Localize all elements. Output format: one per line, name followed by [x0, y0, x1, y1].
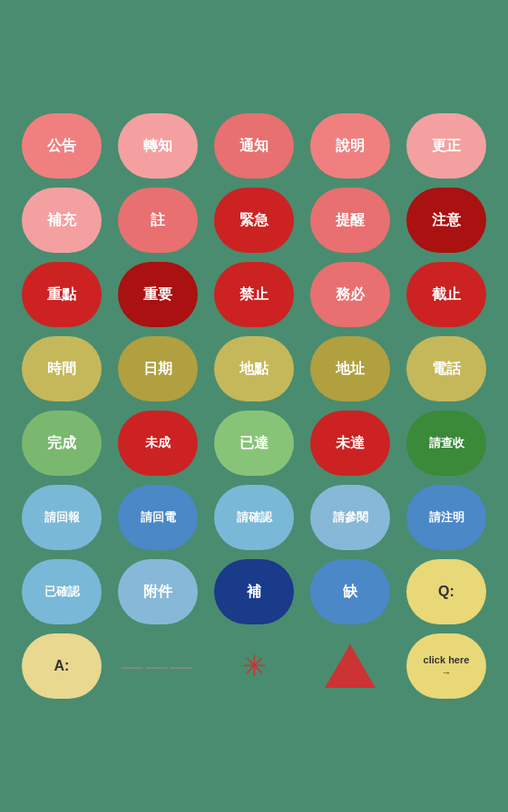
badge-wubi: 務必	[310, 262, 390, 327]
badge-asterisk: ✳	[214, 633, 294, 699]
badge-buchong: 補充	[22, 188, 102, 253]
badge-shijian: 時間	[22, 336, 102, 401]
badge-gongao: 公告	[22, 113, 102, 179]
badge-dash: ———	[118, 633, 198, 699]
badge-bu: 補	[214, 559, 294, 624]
badge-riqi: 日期	[118, 336, 198, 401]
badge-yiqueren: 已確認	[22, 559, 102, 624]
badge-que: 缺	[310, 559, 390, 624]
badge-weicheng: 未成	[118, 411, 198, 476]
badge-q: Q:	[406, 559, 486, 624]
badge-tongzhi: 通知	[214, 113, 294, 179]
badge-click-here[interactable]: click here →	[406, 633, 486, 699]
badge-a: A:	[22, 633, 102, 699]
badge-yida: 已達	[214, 411, 294, 476]
badge-zhongdian: 重點	[22, 262, 102, 327]
badge-didian: 地點	[214, 336, 294, 401]
badge-dianhua: 電話	[406, 336, 486, 401]
badge-gengzheng: 更正	[406, 113, 486, 179]
badge-timing: 提醒	[310, 188, 390, 253]
badge-qinghuidiian: 請回電	[118, 485, 198, 550]
badge-zhuanzhi: 轉知	[118, 113, 198, 179]
badge-dizhi: 地址	[310, 336, 390, 401]
badge-qingchashou: 請查收	[406, 411, 486, 476]
badge-jinji: 緊急	[214, 188, 294, 253]
badge-jinzhi: 禁止	[214, 262, 294, 327]
badge-fujian: 附件	[118, 559, 198, 624]
badge-qinghuibao: 請回報	[22, 485, 102, 550]
badge-zhongyao: 重要	[118, 262, 198, 327]
badge-grid: 公告 轉知 通知 說明 更正 補充 註 緊急 提醒 注意 重點 重要 禁止 務必…	[0, 95, 508, 717]
badge-qingcanyin: 請參閱	[310, 485, 390, 550]
badge-jiezhi: 截止	[406, 262, 486, 327]
badge-zhu: 註	[118, 188, 198, 253]
badge-weida: 未達	[310, 411, 390, 476]
badge-shuoming: 說明	[310, 113, 390, 179]
badge-qingzhuming: 請注明	[406, 485, 486, 550]
badge-qingqueren: 請確認	[214, 485, 294, 550]
badge-zhuyi: 注意	[406, 188, 486, 253]
badge-wancheng: 完成	[22, 411, 102, 476]
badge-triangle	[310, 633, 390, 699]
